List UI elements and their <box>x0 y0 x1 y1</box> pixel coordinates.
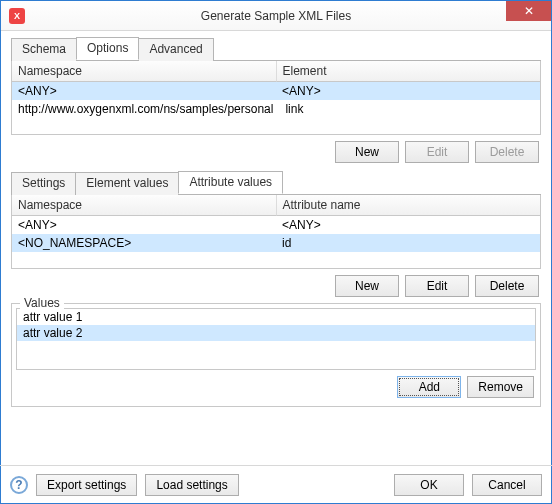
delete-button[interactable]: Delete <box>475 141 539 163</box>
values-list[interactable]: attr value 1 attr value 2 <box>16 308 536 370</box>
cell-el: <ANY> <box>276 82 540 100</box>
cell-ns: <ANY> <box>12 216 276 234</box>
sub-tabs: Settings Element values Attribute values <box>11 171 541 195</box>
list-item[interactable]: attr value 2 <box>17 325 535 341</box>
cell-el: link <box>279 100 540 118</box>
cell-ns: <ANY> <box>12 82 276 100</box>
values-legend: Values <box>20 296 64 310</box>
table-row[interactable]: <ANY> <ANY> <box>12 216 540 234</box>
cell-ns: <NO_NAMESPACE> <box>12 234 276 252</box>
col-attr[interactable]: Attribute name <box>277 195 541 216</box>
export-settings-button[interactable]: Export settings <box>36 474 137 496</box>
window-title: Generate Sample XML Files <box>1 9 551 23</box>
cell-ns: http://www.oxygenxml.com/ns/samples/pers… <box>12 100 279 118</box>
namespace-element-table[interactable]: Namespace Element <ANY> <ANY> http://www… <box>11 61 541 135</box>
tab-options[interactable]: Options <box>76 37 139 60</box>
new-button[interactable]: New <box>335 275 399 297</box>
remove-button[interactable]: Remove <box>467 376 534 398</box>
tab-element-values[interactable]: Element values <box>75 172 179 195</box>
table-row[interactable]: <ANY> <ANY> <box>12 82 540 100</box>
col-element[interactable]: Element <box>277 61 541 82</box>
namespace-attribute-table[interactable]: Namespace Attribute name <ANY> <ANY> <NO… <box>11 195 541 269</box>
tab-settings[interactable]: Settings <box>11 172 76 195</box>
titlebar: X Generate Sample XML Files ✕ <box>1 1 551 31</box>
load-settings-button[interactable]: Load settings <box>145 474 238 496</box>
list-item[interactable]: attr value 1 <box>17 309 535 325</box>
col-namespace[interactable]: Namespace <box>12 195 277 216</box>
delete-button[interactable]: Delete <box>475 275 539 297</box>
cell-attr: id <box>276 234 540 252</box>
main-tabs: Schema Options Advanced <box>11 37 541 61</box>
bottom-bar: ? Export settings Load settings OK Cance… <box>0 465 552 504</box>
help-icon[interactable]: ? <box>10 476 28 494</box>
col-namespace[interactable]: Namespace <box>12 61 277 82</box>
edit-button[interactable]: Edit <box>405 141 469 163</box>
edit-button[interactable]: Edit <box>405 275 469 297</box>
values-group: Values attr value 1 attr value 2 Add Rem… <box>11 303 541 407</box>
tab-attribute-values[interactable]: Attribute values <box>178 171 283 194</box>
table-row[interactable]: <NO_NAMESPACE> id <box>12 234 540 252</box>
ok-button[interactable]: OK <box>394 474 464 496</box>
add-button[interactable]: Add <box>397 376 461 398</box>
tab-schema[interactable]: Schema <box>11 38 77 61</box>
cancel-button[interactable]: Cancel <box>472 474 542 496</box>
tab-advanced[interactable]: Advanced <box>138 38 213 61</box>
table-row[interactable]: http://www.oxygenxml.com/ns/samples/pers… <box>12 100 540 118</box>
new-button[interactable]: New <box>335 141 399 163</box>
cell-attr: <ANY> <box>276 216 540 234</box>
